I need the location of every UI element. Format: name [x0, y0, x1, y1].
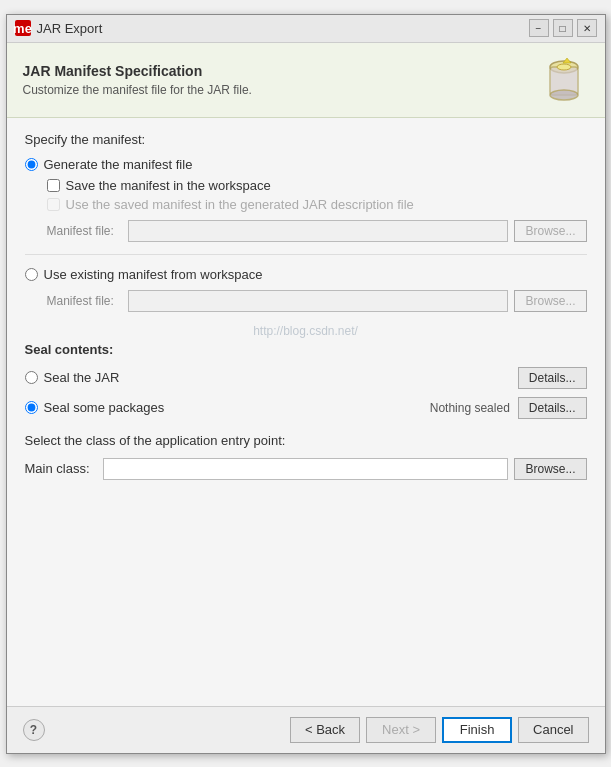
- seal-packages-left: Seal some packages: [25, 400, 165, 415]
- save-manifest-checkbox[interactable]: [47, 179, 60, 192]
- manifest-file-row-1: Manifest file: Browse...: [47, 220, 587, 242]
- watermark: http://blog.csdn.net/: [25, 320, 587, 342]
- seal-jar-left: Seal the JAR: [25, 370, 120, 385]
- seal-packages-label: Seal some packages: [44, 400, 165, 415]
- use-existing-manifest-option[interactable]: Use existing manifest from workspace: [25, 267, 587, 282]
- minimize-button[interactable]: −: [529, 19, 549, 37]
- use-existing-manifest-radio[interactable]: [25, 268, 38, 281]
- seal-jar-radio[interactable]: [25, 371, 38, 384]
- browse-button-2[interactable]: Browse...: [514, 290, 586, 312]
- use-saved-manifest-checkbox[interactable]: [47, 198, 60, 211]
- save-manifest-label: Save the manifest in the workspace: [66, 178, 271, 193]
- help-button[interactable]: ?: [23, 719, 45, 741]
- window-title: JAR Export: [37, 21, 529, 36]
- back-button[interactable]: < Back: [290, 717, 360, 743]
- manifest-file-label-2: Manifest file:: [47, 294, 122, 308]
- divider-1: [25, 254, 587, 255]
- cancel-button[interactable]: Cancel: [518, 717, 588, 743]
- main-class-input[interactable]: [103, 458, 509, 480]
- use-existing-manifest-label: Use existing manifest from workspace: [44, 267, 263, 282]
- main-window: me JAR Export − □ ✕ JAR Manifest Specifi…: [6, 14, 606, 754]
- seal-packages-row: Seal some packages Nothing sealed Detail…: [25, 397, 587, 419]
- seal-jar-details-button[interactable]: Details...: [518, 367, 587, 389]
- header-section: JAR Manifest Specification Customize the…: [7, 43, 605, 118]
- manifest-section-label: Specify the manifest:: [25, 132, 587, 147]
- footer: ? < Back Next > Finish Cancel: [7, 706, 605, 753]
- main-class-label: Main class:: [25, 461, 97, 476]
- next-button[interactable]: Next >: [366, 717, 436, 743]
- header-text: JAR Manifest Specification Customize the…: [23, 63, 252, 97]
- svg-point-3: [557, 64, 571, 70]
- seal-packages-radio[interactable]: [25, 401, 38, 414]
- title-bar: me JAR Export − □ ✕: [7, 15, 605, 43]
- content-area: Specify the manifest: Generate the manif…: [7, 118, 605, 706]
- seal-packages-details-button[interactable]: Details...: [518, 397, 587, 419]
- save-manifest-checkbox-row: Save the manifest in the workspace: [47, 178, 587, 193]
- maximize-button[interactable]: □: [553, 19, 573, 37]
- manifest-file-input-1[interactable]: [128, 220, 509, 242]
- page-title: JAR Manifest Specification: [23, 63, 252, 79]
- main-class-browse-button[interactable]: Browse...: [514, 458, 586, 480]
- close-button[interactable]: ✕: [577, 19, 597, 37]
- generate-manifest-label: Generate the manifest file: [44, 157, 193, 172]
- entry-point-label: Select the class of the application entr…: [25, 433, 587, 448]
- nothing-sealed-text: Nothing sealed: [430, 401, 510, 415]
- finish-button[interactable]: Finish: [442, 717, 512, 743]
- manifest-file-row-2: Manifest file: Browse...: [47, 290, 587, 312]
- page-subtitle: Customize the manifest file for the JAR …: [23, 83, 252, 97]
- footer-buttons: < Back Next > Finish Cancel: [290, 717, 589, 743]
- manifest-file-label-1: Manifest file:: [47, 224, 122, 238]
- app-icon: me: [15, 20, 31, 36]
- seal-jar-label: Seal the JAR: [44, 370, 120, 385]
- jar-icon: [539, 55, 589, 105]
- browse-button-1[interactable]: Browse...: [514, 220, 586, 242]
- seal-jar-row: Seal the JAR Details...: [25, 367, 587, 389]
- window-controls: − □ ✕: [529, 19, 597, 37]
- generate-manifest-radio[interactable]: [25, 158, 38, 171]
- seal-packages-option[interactable]: Seal some packages: [25, 400, 165, 415]
- manifest-file-input-2[interactable]: [128, 290, 509, 312]
- seal-jar-option[interactable]: Seal the JAR: [25, 370, 120, 385]
- use-saved-manifest-label: Use the saved manifest in the generated …: [66, 197, 414, 212]
- seal-packages-right: Nothing sealed Details...: [430, 397, 587, 419]
- entry-point-section: Select the class of the application entr…: [25, 433, 587, 480]
- generate-manifest-option[interactable]: Generate the manifest file: [25, 157, 587, 172]
- use-saved-manifest-checkbox-row: Use the saved manifest in the generated …: [47, 197, 587, 212]
- seal-section-label: Seal contents:: [25, 342, 587, 357]
- svg-point-2: [550, 90, 578, 100]
- main-class-row: Main class: Browse...: [25, 458, 587, 480]
